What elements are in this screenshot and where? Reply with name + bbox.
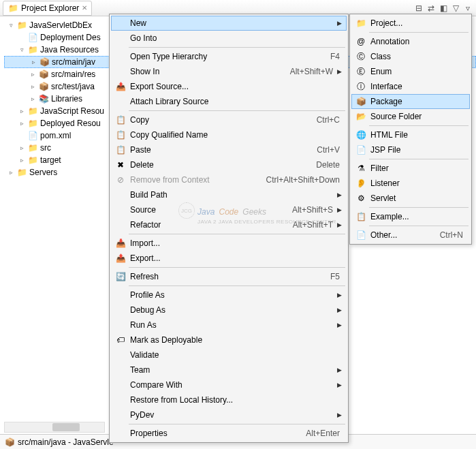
menu-item[interactable]: 📂Source Folder	[351, 109, 470, 124]
menu-item[interactable]: Profile As▶	[111, 288, 347, 303]
scrollbar-thumb[interactable]	[52, 423, 80, 431]
expand-arrow-icon[interactable]: ▹	[29, 71, 36, 78]
menu-item[interactable]: SourceAlt+Shift+S▶	[111, 202, 347, 217]
submenu-arrow-icon: ▶	[337, 221, 344, 228]
menu-item[interactable]: ⚙Servlet	[351, 191, 470, 206]
expand-arrow-icon[interactable]: ▹	[18, 144, 25, 151]
menu-item[interactable]: Validate	[111, 347, 347, 362]
menu-item-label: Other...	[368, 230, 440, 240]
menu-item-label: Package	[368, 97, 467, 106]
menu-separator	[129, 285, 345, 286]
menu-item-icon: Ⓒ	[354, 51, 368, 63]
expand-arrow-icon[interactable]: ▹	[7, 169, 14, 176]
menu-item[interactable]: PropertiesAlt+Enter	[111, 426, 347, 441]
menu-item[interactable]: ✖DeleteDelete	[111, 157, 347, 172]
menu-item-label: Enum	[368, 67, 467, 76]
menu-item[interactable]: Attach Library Source	[111, 94, 347, 109]
menu-item-label: Profile As	[127, 290, 337, 300]
menu-item[interactable]: ⒾInterface	[351, 79, 470, 94]
menu-item-shortcut: Alt+Shift+S	[292, 205, 337, 215]
menu-separator	[129, 267, 345, 268]
menu-item[interactable]: Team▶	[111, 362, 347, 377]
menu-item[interactable]: 📋Example...	[351, 209, 470, 224]
collapse-all-icon[interactable]: ⊟	[413, 3, 424, 14]
tree-node-label: src/test/java	[51, 82, 95, 91]
menu-item[interactable]: Debug As▶	[111, 303, 347, 318]
menu-item[interactable]: Run As▶	[111, 318, 347, 332]
expand-arrow-icon[interactable]: ▿	[7, 22, 14, 29]
tree-node-icon: 📁	[27, 44, 38, 55]
filter-icon[interactable]: ▽	[450, 3, 461, 14]
new-submenu[interactable]: 📁Project...@AnnotationⒸClassⒺEnumⒾInterf…	[349, 14, 472, 245]
menu-item-shortcut: Ctrl+C	[317, 115, 344, 125]
focus-icon[interactable]: ◧	[438, 3, 449, 14]
menu-item[interactable]: ⒸClass	[351, 49, 470, 64]
menu-item-label: Interface	[368, 82, 467, 91]
menu-item[interactable]: 📋CopyCtrl+C	[111, 112, 347, 127]
menu-item[interactable]: 📤Export...	[111, 251, 347, 266]
menu-item-label: Build Path	[127, 190, 337, 200]
menu-item[interactable]: Go Into	[111, 31, 347, 46]
menu-item-shortcut: Alt+Shift+W	[290, 67, 337, 76]
expand-arrow-icon[interactable]: ▿	[18, 46, 25, 53]
tree-node-icon: 📁	[27, 155, 38, 166]
link-editor-icon[interactable]: ⇄	[426, 3, 437, 14]
menu-item-shortcut: F4	[330, 52, 344, 61]
menu-item[interactable]: 🏷Mark as Deployable	[111, 332, 347, 347]
context-menu[interactable]: New▶Go IntoOpen Type HierarchyF4Show InA…	[109, 14, 349, 443]
menu-item-label: Show In	[127, 67, 290, 76]
menu-item-icon: 📋	[114, 130, 127, 140]
expand-arrow-icon[interactable]: ▹	[29, 83, 36, 90]
menu-icon[interactable]: ▿	[462, 3, 473, 14]
menu-item-icon: 📄	[354, 230, 368, 240]
menu-item[interactable]: 👂Listener	[351, 176, 470, 191]
menu-item[interactable]: 📋PasteCtrl+V	[111, 142, 347, 157]
menu-item-icon: 📤	[114, 82, 127, 91]
menu-item[interactable]: Open Type HierarchyF4	[111, 49, 347, 64]
horizontal-scrollbar[interactable]	[4, 422, 105, 433]
menu-item[interactable]: 🌐HTML File	[351, 127, 470, 142]
project-explorer-icon: 📁	[7, 3, 18, 14]
project-explorer-tab[interactable]: 📁 Project Explorer ✕	[3, 1, 92, 16]
menu-item-label: Servlet	[368, 193, 467, 203]
menu-item[interactable]: @Annotation	[351, 34, 470, 49]
menu-item[interactable]: RefactorAlt+Shift+T▶	[111, 217, 347, 232]
submenu-arrow-icon: ▶	[337, 382, 344, 388]
menu-item[interactable]: ⚗Filter	[351, 161, 470, 176]
menu-item[interactable]: PyDev▶	[111, 407, 347, 422]
menu-item-label: Restore from Local History...	[127, 395, 344, 405]
menu-item-icon: 📄	[354, 145, 368, 155]
close-icon[interactable]: ✕	[82, 4, 87, 12]
menu-item-icon: 👂	[354, 179, 368, 188]
menu-item[interactable]: Compare With▶	[111, 377, 347, 392]
menu-item[interactable]: Build Path▶	[111, 187, 347, 202]
menu-item[interactable]: 🔄RefreshF5	[111, 269, 347, 284]
tree-node-label: Deployed Resou	[40, 119, 101, 128]
menu-item-label: Run As	[127, 320, 337, 330]
menu-item[interactable]: ⒺEnum	[351, 64, 470, 79]
expand-arrow-icon[interactable]: ▹	[30, 59, 37, 65]
menu-item-label: Compare With	[127, 380, 337, 390]
menu-item[interactable]: 📁Project...	[351, 16, 470, 31]
expand-arrow-icon[interactable]: ▹	[18, 108, 25, 114]
menu-item-label: Copy Qualified Name	[127, 130, 344, 140]
expand-arrow-icon[interactable]: ▹	[18, 157, 25, 164]
menu-item[interactable]: 📋Copy Qualified Name	[111, 127, 347, 142]
menu-item[interactable]: Show InAlt+Shift+W▶	[111, 64, 347, 79]
menu-item[interactable]: New▶	[111, 16, 347, 31]
menu-item[interactable]: 📄JSP File	[351, 142, 470, 157]
menu-item[interactable]: 📄Other...Ctrl+N	[351, 228, 470, 243]
expand-arrow-icon[interactable]: ▹	[29, 95, 36, 102]
tree-node-icon: 📄	[27, 32, 38, 43]
menu-item[interactable]: 📦Package	[351, 94, 470, 109]
menu-item[interactable]: 📤Export Source...	[111, 79, 347, 94]
menu-item-label: PyDev	[127, 410, 337, 420]
menu-item[interactable]: 📥Import...	[111, 236, 347, 251]
expand-arrow-icon[interactable]: ▹	[18, 120, 25, 127]
menu-item-icon: 📂	[354, 112, 368, 121]
menu-item-icon: 📤	[114, 253, 127, 263]
submenu-arrow-icon: ▶	[337, 292, 344, 298]
menu-separator	[369, 32, 469, 33]
menu-item[interactable]: Restore from Local History...	[111, 392, 347, 407]
tree-node-icon: 📁	[16, 167, 27, 178]
